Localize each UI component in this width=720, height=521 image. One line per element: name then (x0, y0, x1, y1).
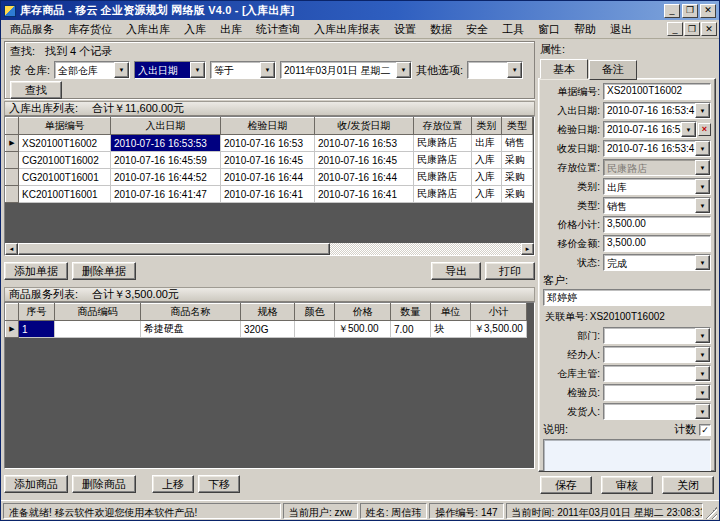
inout-date-select[interactable]: 2010-07-16 16:53:4 ▼ (603, 102, 711, 119)
transfer-amount-input[interactable]: 3,500.00 (603, 235, 711, 252)
move-up-button[interactable]: 上移 (152, 475, 194, 493)
chevron-down-icon[interactable]: ▼ (396, 62, 411, 78)
add-doc-button[interactable]: 添加单据 (4, 262, 68, 280)
chevron-down-icon[interactable]: ▼ (681, 122, 696, 137)
col-color[interactable]: 颜色 (295, 304, 335, 321)
chevron-down-icon[interactable]: ▼ (695, 347, 710, 362)
customer-input[interactable]: 郑婷婷 (543, 289, 711, 306)
col-doc-no[interactable]: 单据编号 (19, 118, 111, 135)
category-select[interactable]: 出库 ▼ (603, 178, 711, 195)
chevron-down-icon[interactable]: ▼ (507, 62, 522, 78)
scrollbar-thumb[interactable] (18, 243, 330, 255)
menu-item-goods-service[interactable]: 商品服务 (3, 20, 61, 38)
col-receive-date[interactable]: 收/发货日期 (315, 118, 414, 135)
note-textarea[interactable] (543, 439, 711, 472)
inspector-select[interactable]: ▼ (603, 384, 711, 401)
mdi-restore-button[interactable]: ❐ (684, 22, 700, 36)
cell[interactable]: 2010-07-16 16:45:59 (111, 152, 221, 169)
scrollbar-track[interactable] (18, 243, 521, 255)
resize-grip[interactable] (705, 507, 717, 519)
menu-item-stock-location[interactable]: 库存货位 (61, 20, 119, 38)
cell[interactable]: 2010-07-16 16:44 (221, 169, 315, 186)
col-subtotal[interactable]: 小计 (471, 304, 527, 321)
chevron-down-icon[interactable]: ▼ (695, 103, 710, 118)
receive-date-select[interactable]: 2010-07-16 16:53:4 ▼ (603, 140, 711, 157)
chevron-down-icon[interactable]: ▼ (695, 141, 710, 156)
cell[interactable]: 2010-07-16 16:45 (315, 152, 414, 169)
price-subtotal-input[interactable]: 3,500.00 (603, 216, 711, 233)
cell[interactable]: 2010-07-16 16:41 (315, 186, 414, 203)
operator-select[interactable]: 等于 ▼ (210, 61, 276, 79)
handler-select[interactable]: ▼ (603, 346, 711, 363)
menu-item-tools[interactable]: 工具 (495, 20, 531, 38)
col-qty[interactable]: 数量 (391, 304, 431, 321)
col-check-date[interactable]: 检验日期 (221, 118, 315, 135)
menu-item-stats-query[interactable]: 统计查询 (249, 20, 307, 38)
cell[interactable]: 2010-07-16 16:41:47 (111, 186, 221, 203)
cell[interactable]: 入库 (472, 169, 502, 186)
menu-item-inbound[interactable]: 入库 (177, 20, 213, 38)
col-goods-code[interactable]: 商品编码 (55, 304, 141, 321)
tab-note[interactable]: 备注 (589, 60, 637, 80)
col-location[interactable]: 存放位置 (414, 118, 472, 135)
cell[interactable]: 希捷硬盘 (141, 321, 241, 338)
chevron-down-icon[interactable]: ▼ (695, 255, 710, 270)
tab-basic[interactable]: 基本 (540, 59, 588, 79)
cell[interactable]: 2010-07-16 16:44 (315, 169, 414, 186)
close-button[interactable]: ✕ (700, 4, 716, 18)
chevron-down-icon[interactable]: ▼ (695, 366, 710, 381)
print-button[interactable]: 打印 (485, 262, 535, 280)
cell[interactable]: 320G (241, 321, 295, 338)
table-row[interactable]: KC20100T16001 2010-07-16 16:41:47 2010-0… (6, 186, 533, 203)
chevron-down-icon[interactable]: ▼ (114, 62, 129, 78)
table-row[interactable]: CG20100T16002 2010-07-16 16:45:59 2010-0… (6, 152, 533, 169)
cell[interactable]: 采购 (502, 169, 533, 186)
menu-item-in-out-report[interactable]: 入库出库报表 (307, 20, 387, 38)
col-unit[interactable]: 单位 (431, 304, 471, 321)
delete-goods-button[interactable]: 删除商品 (72, 475, 136, 493)
menu-item-data[interactable]: 数据 (423, 20, 459, 38)
menu-item-settings[interactable]: 设置 (387, 20, 423, 38)
cell[interactable]: 民康路店 (414, 152, 472, 169)
audit-button[interactable]: 审核 (601, 476, 653, 494)
col-index[interactable]: 序号 (19, 304, 55, 321)
menu-item-in-out[interactable]: 入库出库 (119, 20, 177, 38)
col-inout-date[interactable]: 入出日期 (111, 118, 221, 135)
cell[interactable] (295, 321, 335, 338)
col-type[interactable]: 类型 (502, 118, 533, 135)
chevron-down-icon[interactable]: ▼ (695, 328, 710, 343)
warehouse-select[interactable]: 全部仓库 ▼ (54, 61, 130, 79)
cell[interactable]: CG20100T16001 (19, 169, 111, 186)
export-button[interactable]: 导出 (431, 262, 481, 280)
cell[interactable]: 7.00 (391, 321, 431, 338)
status-select[interactable]: 完成 ▼ (603, 254, 711, 271)
mdi-minimize-button[interactable]: _ (667, 22, 683, 36)
cell[interactable]: 1 (19, 321, 55, 338)
cell[interactable]: 采购 (502, 152, 533, 169)
col-category[interactable]: 类别 (472, 118, 502, 135)
cell[interactable]: 2010-07-16 16:53 (315, 135, 414, 152)
move-down-button[interactable]: 下移 (198, 475, 240, 493)
cell[interactable]: 民康路店 (414, 169, 472, 186)
cell[interactable]: 民康路店 (414, 186, 472, 203)
cell[interactable]: 销售 (502, 135, 533, 152)
close-doc-button[interactable]: 关闭 (662, 476, 714, 494)
col-price[interactable]: 价格 (335, 304, 391, 321)
cell[interactable]: 民康路店 (414, 135, 472, 152)
chevron-down-icon[interactable]: ▼ (695, 198, 710, 213)
find-button[interactable]: 查找 (10, 81, 62, 99)
mdi-close-button[interactable]: ✕ (701, 22, 717, 36)
delete-doc-button[interactable]: 删除单据 (72, 262, 136, 280)
check-date-select[interactable]: 2010-07-16 16:53:4 ▼ (603, 121, 697, 138)
menu-item-security[interactable]: 安全 (459, 20, 495, 38)
cell[interactable]: 2010-07-16 16:53:53 (111, 135, 221, 152)
horizontal-scrollbar[interactable]: ◄ ► (5, 243, 534, 255)
table-row[interactable]: ▶ XS20100T16002 2010-07-16 16:53:53 2010… (6, 135, 533, 152)
cell[interactable]: ￥500.00 (335, 321, 391, 338)
chevron-down-icon[interactable]: ▼ (695, 179, 710, 194)
chevron-down-icon[interactable]: ▼ (190, 62, 205, 78)
cell[interactable]: 2010-07-16 16:45 (221, 152, 315, 169)
menu-item-window[interactable]: 窗口 (531, 20, 567, 38)
cell[interactable]: ￥3,500.00 (471, 321, 527, 338)
chevron-down-icon[interactable]: ▼ (695, 385, 710, 400)
